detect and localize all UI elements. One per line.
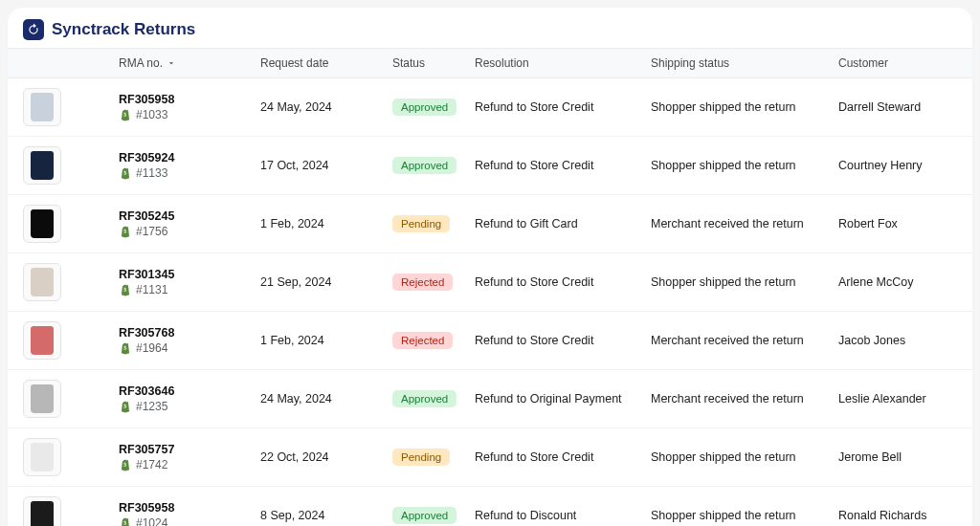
customer-name: Ronald Richards: [838, 509, 972, 522]
app-frame: Synctrack Returns RMA no. Request date S…: [8, 8, 972, 526]
request-date: 21 Sep, 2024: [260, 275, 392, 289]
shopify-bag-icon: [119, 225, 132, 238]
col-resolution[interactable]: Resolution: [475, 56, 651, 70]
rma-cell: RF305924#1133: [119, 151, 260, 180]
resolution: Refund to Store Credit: [475, 275, 651, 289]
product-thumbnail[interactable]: [23, 496, 61, 526]
table-row[interactable]: RF305958#10248 Sep, 2024ApprovedRefund t…: [8, 487, 972, 526]
shipping-status: Merchant received the return: [651, 334, 838, 347]
status-badge: Pending: [392, 215, 450, 232]
rma-number[interactable]: RF301345: [119, 268, 260, 281]
rma-cell: RF305245#1756: [119, 209, 260, 238]
status-cell: Approved: [392, 390, 475, 407]
product-thumbnail[interactable]: [23, 205, 61, 243]
customer-name: Jacob Jones: [838, 334, 972, 347]
rma-number[interactable]: RF305245: [119, 209, 260, 223]
app-title: Synctrack Returns: [52, 20, 195, 39]
col-status[interactable]: Status: [392, 56, 475, 70]
customer-name: Robert Fox: [838, 217, 972, 230]
shipping-status: Shopper shipped the return: [651, 100, 838, 114]
shopify-bag-icon: [119, 166, 132, 180]
product-thumbnail[interactable]: [23, 438, 61, 476]
shipping-status: Shopper shipped the return: [651, 450, 838, 464]
status-cell: Approved: [392, 99, 475, 116]
order-number[interactable]: #1131: [136, 283, 167, 296]
status-cell: Rejected: [392, 274, 475, 291]
col-customer[interactable]: Customer: [838, 56, 972, 70]
rma-number[interactable]: RF305924: [119, 151, 260, 164]
table-body: RF305958#103324 May, 2024ApprovedRefund …: [8, 78, 972, 526]
shipping-status: Merchant received the return: [651, 392, 838, 405]
table-row[interactable]: RF305768#19641 Feb, 2024RejectedRefund t…: [8, 312, 972, 370]
rma-number[interactable]: RF305768: [119, 326, 260, 340]
product-thumb-cell: [23, 496, 119, 526]
table-row[interactable]: RF305958#103324 May, 2024ApprovedRefund …: [8, 78, 972, 137]
request-date: 22 Oct, 2024: [260, 450, 392, 464]
rma-number[interactable]: RF305958: [119, 501, 260, 515]
shopify-bag-icon: [119, 283, 132, 296]
resolution: Refund to Original Payment: [475, 392, 651, 405]
table-row[interactable]: RF305757#174222 Oct, 2024PendingRefund t…: [8, 428, 972, 487]
customer-name: Darrell Steward: [838, 100, 972, 114]
request-date: 24 May, 2024: [260, 100, 392, 114]
product-thumb-cell: [23, 205, 119, 243]
rma-number[interactable]: RF305757: [119, 443, 260, 456]
order-number[interactable]: #1964: [136, 341, 167, 355]
shopify-bag-icon: [119, 400, 132, 413]
order-number[interactable]: #1742: [136, 458, 167, 471]
product-thumbnail[interactable]: [23, 263, 61, 301]
status-badge: Rejected: [392, 332, 453, 349]
product-thumb-cell: [23, 438, 119, 476]
product-thumb-cell: [23, 263, 119, 301]
rma-number[interactable]: RF305958: [119, 93, 260, 106]
request-date: 17 Oct, 2024: [260, 159, 392, 172]
col-rma[interactable]: RMA no.: [119, 56, 260, 70]
rma-number[interactable]: RF303646: [119, 384, 260, 398]
request-date: 8 Sep, 2024: [260, 509, 392, 522]
table-row[interactable]: RF303646#123524 May, 2024ApprovedRefund …: [8, 370, 972, 428]
rma-cell: RF305958#1033: [119, 93, 260, 121]
shopify-bag-icon: [119, 458, 132, 471]
product-thumb-cell: [23, 88, 119, 126]
table-row[interactable]: RF301345#113121 Sep, 2024RejectedRefund …: [8, 253, 972, 312]
order-number[interactable]: #1756: [136, 225, 167, 238]
product-thumbnail[interactable]: [23, 380, 61, 418]
shopify-bag-icon: [119, 516, 132, 526]
status-badge: Approved: [392, 157, 457, 174]
product-thumbnail[interactable]: [23, 321, 61, 360]
rma-cell: RF305958#1024: [119, 501, 260, 526]
status-badge: Rejected: [392, 274, 453, 291]
col-shipping-status[interactable]: Shipping status: [651, 56, 838, 70]
status-badge: Pending: [392, 449, 450, 466]
request-date: 24 May, 2024: [260, 392, 392, 405]
status-badge: Approved: [392, 507, 457, 524]
order-number[interactable]: #1024: [136, 516, 167, 526]
resolution: Refund to Gift Card: [475, 217, 651, 230]
shopify-bag-icon: [119, 108, 132, 121]
rma-cell: RF305757#1742: [119, 443, 260, 471]
order-number[interactable]: #1033: [136, 108, 167, 121]
order-number[interactable]: #1133: [136, 166, 167, 180]
shipping-status: Shopper shipped the return: [651, 159, 838, 172]
customer-name: Courtney Henry: [838, 159, 972, 172]
rma-cell: RF305768#1964: [119, 326, 260, 355]
order-number[interactable]: #1235: [136, 400, 167, 413]
chevron-down-icon: [167, 58, 176, 68]
status-cell: Rejected: [392, 332, 475, 349]
product-thumbnail[interactable]: [23, 88, 61, 126]
customer-name: Jerome Bell: [838, 450, 972, 464]
product-thumbnail[interactable]: [23, 146, 61, 185]
status-cell: Pending: [392, 449, 475, 466]
table-row[interactable]: RF305245#17561 Feb, 2024PendingRefund to…: [8, 195, 972, 253]
status-cell: Approved: [392, 507, 475, 524]
resolution: Refund to Store Credit: [475, 100, 651, 114]
shipping-status: Shopper shipped the return: [651, 275, 838, 289]
rma-cell: RF303646#1235: [119, 384, 260, 413]
table-row[interactable]: RF305924#113317 Oct, 2024ApprovedRefund …: [8, 137, 972, 195]
resolution: Refund to Store Credit: [475, 334, 651, 347]
shopify-bag-icon: [119, 341, 132, 355]
table-header-row: RMA no. Request date Status Resolution S…: [8, 48, 972, 78]
product-thumb-cell: [23, 380, 119, 418]
status-badge: Approved: [392, 99, 457, 116]
col-request-date[interactable]: Request date: [260, 56, 392, 70]
